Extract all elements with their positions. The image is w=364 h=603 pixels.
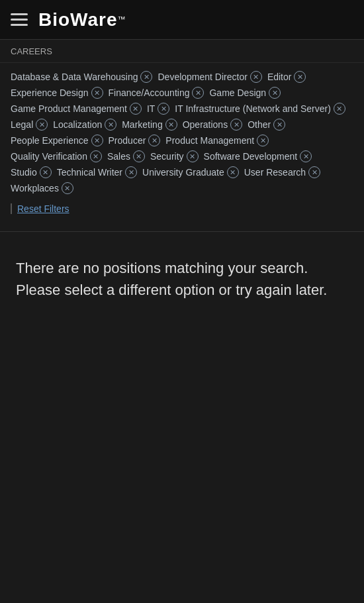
logo-tm: ™ — [118, 14, 126, 23]
filter-tag-label-producer: Producer — [109, 135, 146, 146]
filter-tag-experience-design: Experience Design — [11, 87, 103, 99]
filter-tag-label-security: Security — [150, 151, 184, 162]
filter-tag-quality-verification: Quality Verification — [11, 150, 102, 162]
filter-tag-label-localization: Localization — [53, 119, 102, 130]
filter-tag-remove-it[interactable] — [158, 103, 169, 115]
filter-tag-remove-development-director[interactable] — [250, 71, 262, 83]
section-divider — [0, 231, 364, 232]
filter-tag-it-infrastructure: IT Infrastructure (Network and Server) — [175, 103, 345, 115]
filter-tag-editor: Editor — [267, 71, 306, 83]
filter-tag-remove-sales[interactable] — [133, 150, 145, 162]
filter-tag-label-editor: Editor — [267, 72, 292, 82]
filter-area: Database & Data WarehousingDevelopment D… — [0, 63, 364, 219]
filter-tag-label-experience-design: Experience Design — [11, 87, 89, 98]
no-results-message: There are no positions matching your sea… — [16, 257, 348, 301]
filter-tag-security: Security — [150, 150, 199, 162]
filter-tag-remove-finance-accounting[interactable] — [192, 87, 204, 99]
filter-tag-label-software-development: Software Development — [204, 151, 298, 162]
filter-tag-game-design: Game Design — [209, 87, 281, 99]
filter-tag-remove-studio[interactable] — [40, 166, 52, 178]
filter-tag-finance-accounting: Finance/Accounting — [109, 87, 205, 99]
filter-tag-game-product-management: Game Product Management — [11, 103, 142, 115]
filter-tag-label-game-product-management: Game Product Management — [11, 103, 127, 114]
filter-tag-label-database-data-warehousing: Database & Data Warehousing — [11, 72, 138, 82]
filter-tag-label-other: Other — [248, 119, 271, 130]
filter-tag-remove-marketing[interactable] — [165, 119, 177, 131]
filter-tag-user-research: User Research — [244, 166, 320, 178]
no-results-section: There are no positions matching your sea… — [0, 244, 364, 314]
filter-tag-remove-quality-verification[interactable] — [90, 150, 102, 162]
filter-tag-people-experience: People Experience — [11, 135, 103, 146]
filter-tag-remove-experience-design[interactable] — [91, 87, 103, 99]
filter-tag-label-technical-writer: Technical Writer — [57, 167, 122, 178]
filter-tag-label-operations: Operations — [183, 119, 228, 130]
logo-text: BioWare — [38, 9, 118, 30]
filter-tag-marketing: Marketing — [122, 119, 177, 131]
filter-tag-university-graduate: University Graduate — [142, 166, 239, 178]
filter-tag-software-development: Software Development — [204, 150, 312, 162]
filter-tag-label-game-design: Game Design — [209, 87, 266, 98]
filter-tag-remove-technical-writer[interactable] — [125, 166, 137, 178]
subheader: CAREERS — [0, 40, 364, 63]
filter-tag-legal: Legal — [11, 119, 48, 131]
filter-tag-remove-product-management[interactable] — [257, 135, 269, 146]
filter-tag-remove-workplaces[interactable] — [62, 182, 73, 194]
filter-tag-label-it-infrastructure: IT Infrastructure (Network and Server) — [175, 103, 330, 114]
filter-tag-remove-producer[interactable] — [148, 135, 160, 146]
filter-tag-producer: Producer — [109, 135, 161, 146]
filter-tag-product-management: Product Management — [165, 135, 269, 146]
filter-tag-label-sales: Sales — [107, 151, 130, 162]
filter-tag-remove-it-infrastructure[interactable] — [334, 103, 345, 115]
filter-tag-remove-security[interactable] — [187, 150, 199, 162]
filter-tag-remove-localization[interactable] — [105, 119, 116, 131]
filter-tag-development-director: Development Director — [158, 71, 261, 83]
filter-tag-other: Other — [248, 119, 285, 131]
filter-tag-localization: Localization — [53, 119, 116, 131]
subheader-text: CAREERS — [11, 46, 52, 56]
filter-tag-sales: Sales — [107, 150, 145, 162]
filter-tags-container: Database & Data WarehousingDevelopment D… — [11, 71, 353, 194]
filter-tag-label-university-graduate: University Graduate — [142, 167, 224, 178]
filter-tag-label-quality-verification: Quality Verification — [11, 151, 87, 162]
filter-tag-remove-operations[interactable] — [230, 119, 242, 131]
filter-tag-it: IT — [147, 103, 169, 115]
filter-tag-operations: Operations — [183, 119, 242, 131]
filter-tag-label-product-management: Product Management — [165, 135, 254, 146]
filter-tag-label-studio: Studio — [11, 167, 37, 178]
filter-tag-workplaces: Workplaces — [11, 182, 73, 194]
filter-tag-remove-other[interactable] — [273, 119, 285, 131]
filter-tag-remove-people-experience[interactable] — [91, 135, 103, 146]
hamburger-menu-button[interactable] — [11, 13, 28, 26]
filter-tag-label-finance-accounting: Finance/Accounting — [109, 87, 190, 98]
filter-tag-label-development-director: Development Director — [158, 72, 247, 82]
filter-tag-technical-writer: Technical Writer — [57, 166, 137, 178]
filter-tag-remove-database-data-warehousing[interactable] — [140, 71, 152, 83]
filter-tag-label-it: IT — [147, 103, 155, 114]
filter-tag-remove-legal[interactable] — [36, 119, 48, 131]
filter-tag-studio: Studio — [11, 166, 52, 178]
filter-tag-database-data-warehousing: Database & Data Warehousing — [11, 71, 152, 83]
filter-tag-remove-user-research[interactable] — [308, 166, 320, 178]
filter-tag-label-people-experience: People Experience — [11, 135, 89, 146]
logo: BioWare™ — [38, 9, 126, 30]
filter-tag-label-marketing: Marketing — [122, 119, 162, 130]
filter-tag-label-user-research: User Research — [244, 167, 306, 178]
filter-tag-remove-game-design[interactable] — [269, 87, 281, 99]
filter-tag-label-legal: Legal — [11, 119, 33, 130]
filter-tag-remove-game-product-management[interactable] — [130, 103, 142, 115]
filter-tag-remove-editor[interactable] — [294, 71, 306, 83]
filter-tag-remove-software-development[interactable] — [300, 150, 312, 162]
page-header: BioWare™ — [0, 0, 364, 40]
reset-filters-link[interactable]: Reset Filters — [11, 203, 353, 214]
filter-tag-label-workplaces: Workplaces — [11, 183, 59, 193]
filter-tag-remove-university-graduate[interactable] — [227, 166, 239, 178]
